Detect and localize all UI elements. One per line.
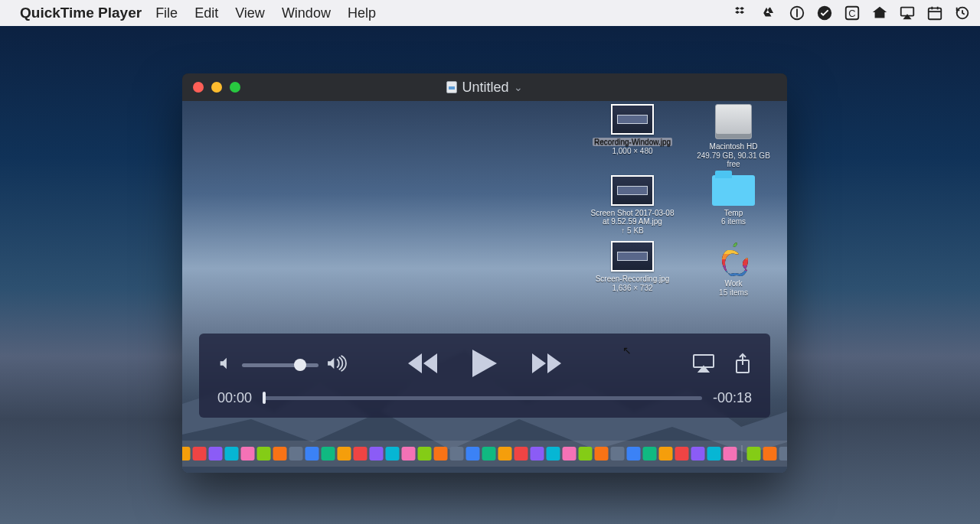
apple-rainbow-icon — [718, 241, 749, 276]
dock-item[interactable] — [305, 447, 319, 461]
image-thumb-icon — [611, 175, 654, 206]
dropbox-icon[interactable] — [733, 5, 750, 21]
airplay-icon[interactable] — [899, 5, 916, 21]
dock-item[interactable] — [563, 447, 577, 461]
dock-item[interactable] — [370, 447, 384, 461]
window-title: Untitled — [462, 80, 508, 96]
desktop-icons-grid: Recording-Window.jpg 1,000 × 480 Macinto… — [586, 104, 779, 297]
dock-item[interactable] — [531, 447, 544, 461]
dock-item[interactable] — [691, 447, 705, 461]
rewind-button[interactable] — [407, 352, 439, 378]
dock-item[interactable] — [763, 447, 777, 461]
image-thumb-icon — [611, 241, 654, 272]
dock-item[interactable] — [579, 447, 593, 461]
window-titlebar[interactable]: Untitled ⌄ — [182, 73, 787, 101]
dock-separator — [742, 445, 743, 462]
dock-item[interactable] — [659, 447, 673, 461]
menu-edit[interactable]: Edit — [194, 5, 218, 21]
menu-window[interactable]: Window — [282, 5, 331, 21]
dock-item[interactable] — [514, 447, 528, 461]
dock-item[interactable] — [724, 447, 737, 461]
icon-sublabel: 249.79 GB, 90.31 GB free — [691, 151, 776, 169]
macos-dock[interactable] — [182, 441, 787, 467]
desktop-icon[interactable]: Screen-Recording.jpg 1,636 × 732 — [586, 241, 678, 297]
check-icon[interactable] — [816, 5, 833, 21]
dock-item[interactable] — [627, 447, 641, 461]
icon-label: Work — [724, 279, 742, 288]
menubar-tray: C — [733, 5, 971, 21]
dock-item[interactable] — [225, 447, 239, 461]
icon-label: Screen-Recording.jpg — [596, 275, 670, 284]
dock-item[interactable] — [643, 447, 657, 461]
icon-label: Macintosh HD — [710, 142, 758, 151]
cursor-icon: ↖ — [622, 344, 632, 356]
svg-text:C: C — [848, 8, 855, 19]
calendar-icon[interactable] — [926, 5, 943, 21]
playback-controls: 00:00 -00:18 — [199, 334, 770, 418]
dock-item[interactable] — [289, 447, 303, 461]
dock-item[interactable] — [273, 447, 287, 461]
sync-home-icon[interactable] — [871, 5, 888, 21]
quicktime-window: Untitled ⌄ Recording-Window.jpg 1,000 × … — [182, 73, 787, 473]
dock-item[interactable] — [182, 447, 191, 461]
dock-item[interactable] — [595, 447, 609, 461]
icon-sublabel: 6 items — [721, 217, 746, 226]
icon-label: Recording-Window.jpg — [593, 138, 672, 146]
drive-icon — [715, 104, 752, 139]
zoom-button[interactable] — [230, 82, 240, 93]
icon-sublabel: 1,000 × 480 — [612, 147, 652, 156]
dock-item[interactable] — [209, 447, 223, 461]
menu-help[interactable]: Help — [348, 5, 376, 21]
app-name[interactable]: QuickTime Player — [20, 5, 142, 21]
dock-item[interactable] — [241, 447, 255, 461]
dock-item[interactable] — [779, 447, 788, 461]
desktop-icon[interactable]: Work 15 items — [688, 241, 779, 297]
play-button[interactable] — [471, 348, 498, 382]
dock-item[interactable] — [547, 447, 560, 461]
dock-item[interactable] — [498, 447, 512, 461]
icon-sublabel: 15 items — [719, 288, 748, 298]
icon-label: Screen Shot 2017-03-08 at 9.52.59 AM.jpg — [590, 209, 675, 226]
one-password-icon[interactable] — [789, 5, 805, 21]
time-remaining: -00:18 — [713, 390, 752, 406]
document-icon — [446, 81, 457, 93]
dock-item[interactable] — [322, 447, 335, 461]
close-button[interactable] — [193, 82, 204, 93]
folder-icon — [712, 175, 755, 206]
menu-file[interactable]: File — [155, 5, 178, 21]
progress-bar[interactable] — [263, 396, 702, 400]
dock-item[interactable] — [466, 447, 480, 461]
menu-view[interactable]: View — [235, 5, 265, 21]
fast-forward-button[interactable] — [531, 352, 563, 378]
dock-item[interactable] — [482, 447, 496, 461]
dock-item[interactable] — [354, 447, 368, 461]
dock-item[interactable] — [193, 447, 207, 461]
dock-item[interactable] — [707, 447, 721, 461]
desktop-icon[interactable]: Temp 6 items — [688, 175, 779, 236]
dock-item[interactable] — [402, 447, 416, 461]
dock-item[interactable] — [747, 447, 761, 461]
dock-item[interactable] — [386, 447, 400, 461]
svg-rect-6 — [929, 8, 942, 20]
time-machine-icon[interactable] — [954, 5, 971, 21]
dock-item[interactable] — [611, 447, 625, 461]
macos-menubar: QuickTime Player File Edit View Window H… — [0, 0, 980, 26]
minimize-button[interactable] — [211, 82, 222, 93]
image-thumb-icon — [611, 104, 654, 135]
desktop-icon[interactable]: Macintosh HD 249.79 GB, 90.31 GB free — [688, 104, 779, 169]
title-dropdown-icon[interactable]: ⌄ — [514, 81, 523, 93]
caffeine-icon[interactable]: C — [844, 5, 861, 21]
dock-item[interactable] — [338, 447, 351, 461]
dock-item[interactable] — [450, 447, 464, 461]
progress-head[interactable] — [263, 392, 266, 404]
svg-rect-1 — [796, 9, 798, 18]
desktop-icon[interactable]: Screen Shot 2017-03-08 at 9.52.59 AM.jpg… — [586, 175, 678, 236]
desktop-icon[interactable]: Recording-Window.jpg 1,000 × 480 — [586, 104, 678, 169]
dock-item[interactable] — [418, 447, 432, 461]
dock-item[interactable] — [675, 447, 689, 461]
icon-label: Temp — [724, 209, 743, 218]
google-drive-icon[interactable] — [761, 5, 778, 21]
time-elapsed: 00:00 — [217, 390, 252, 406]
dock-item[interactable] — [434, 447, 448, 461]
dock-item[interactable] — [257, 447, 271, 461]
